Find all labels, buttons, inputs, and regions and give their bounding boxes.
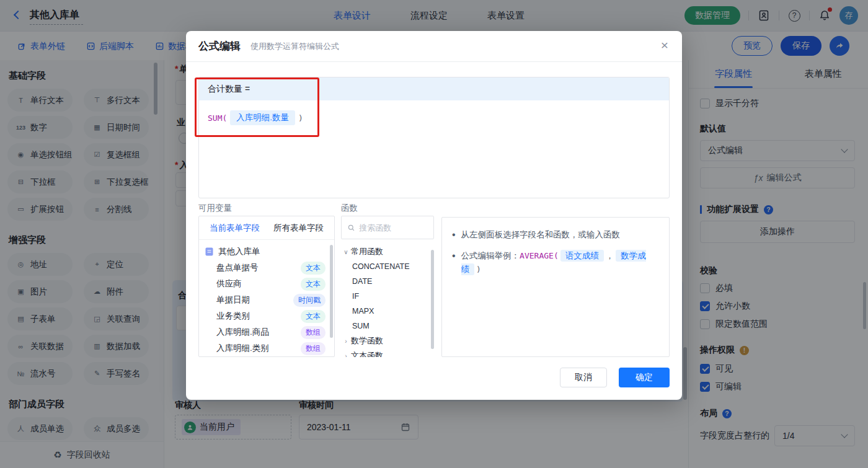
variable-row[interactable]: 入库明细.类别数组 (199, 340, 334, 356)
search-input[interactable] (359, 223, 427, 232)
formula-edit-modal: 公式编辑 使用数学运算符编辑公式 × 合计数量 = SUM( 入库明细.数量 )… (186, 31, 682, 400)
formula-expression[interactable]: SUM( 入库明细.数量 ) (199, 100, 669, 135)
function-item[interactable]: CONCATENATE (341, 259, 434, 274)
tab-all-form-fields[interactable]: 所有表单字段 (273, 223, 324, 234)
type-tag: 文本 (301, 310, 326, 323)
variable-row[interactable]: 供应商文本 (199, 276, 334, 292)
function-item[interactable]: IF (341, 289, 434, 304)
close-icon[interactable]: × (661, 38, 668, 51)
function-item[interactable]: MAPX (341, 304, 434, 319)
formula-function-token: SUM( (208, 113, 227, 123)
example-function-token: AVERAGE( (520, 251, 559, 260)
tips-panel: • 从左侧面板选择字段名和函数，或输入函数 • 公式编辑举例：AVERAGE(语… (441, 217, 670, 357)
type-tag: 数组 (301, 326, 326, 339)
example-field-chip: 语文成绩 (560, 250, 604, 262)
variables-panel: 当前表单字段 所有表单字段 其他入库单 盘点单据号文本 供应商文本 单据日期时间… (198, 216, 335, 357)
type-tag: 文本 (301, 262, 326, 275)
chevron-right-icon: › (341, 353, 351, 358)
function-group-common[interactable]: ∨常用函数 (341, 244, 434, 259)
formula-field-chip[interactable]: 入库明细.数量 (230, 110, 295, 125)
variables-tabs: 当前表单字段 所有表单字段 (199, 216, 334, 240)
function-item[interactable]: DATE (341, 274, 434, 289)
functions-label: 函数 (341, 203, 358, 214)
variables-label: 可用变量 (198, 203, 232, 214)
tab-current-form-fields[interactable]: 当前表单字段 (210, 223, 260, 234)
modal-title: 公式编辑 (198, 39, 241, 53)
form-doc-icon (205, 247, 213, 256)
variables-root-row[interactable]: 其他入库单 (199, 244, 334, 260)
cancel-button[interactable]: 取消 (560, 368, 607, 387)
tip-line-2: • 公式编辑举例：AVERAGE(语文成绩，数学成绩) (452, 249, 659, 276)
variable-row[interactable]: 单据日期时间戳 (199, 292, 334, 308)
function-tree: ∨常用函数 CONCATENATE DATE IF MAPX SUM ›数学函数… (341, 239, 434, 357)
formula-editor[interactable]: 合计数量 = SUM( 入库明细.数量 ) (198, 77, 670, 198)
function-search-box[interactable] (341, 216, 434, 239)
type-tag: 数组 (301, 342, 326, 355)
modal-header: 公式编辑 使用数学运算符编辑公式 × (186, 31, 682, 62)
type-tag: 时间戳 (293, 294, 326, 307)
variable-row[interactable]: 业务类别文本 (199, 308, 334, 324)
variables-tree: 其他入库单 盘点单据号文本 供应商文本 单据日期时间戳 业务类别文本 入库明细.… (199, 240, 334, 357)
chevron-right-icon: › (341, 338, 351, 345)
variables-scrollbar[interactable] (330, 245, 333, 338)
variable-row[interactable]: 入库明细.商品数组 (199, 324, 334, 340)
function-group-math[interactable]: ›数学函数 (341, 333, 434, 348)
variable-row[interactable]: 盘点单据号文本 (199, 260, 334, 276)
modal-subtitle: 使用数学运算符编辑公式 (250, 41, 339, 52)
chevron-down-icon: ∨ (341, 249, 351, 255)
formula-target: 合计数量 = (199, 77, 669, 100)
tip-line-1: • 从左侧面板选择字段名和函数，或输入函数 (452, 228, 659, 242)
confirm-button[interactable]: 确定 (619, 368, 670, 387)
formula-close-paren: ) (298, 113, 303, 123)
function-group-text[interactable]: ›文本函数 (341, 348, 434, 357)
type-tag: 文本 (301, 278, 326, 291)
form-designer-screen: 其他入库单 表单设计 流程设定 表单设置 数据管理 ? (0, 0, 868, 468)
variable-row[interactable]: 数组 (199, 356, 334, 357)
functions-panel: ∨常用函数 CONCATENATE DATE IF MAPX SUM ›数学函数… (341, 216, 434, 357)
function-item[interactable]: SUM (341, 319, 434, 333)
search-icon (348, 224, 355, 232)
functions-scrollbar[interactable] (431, 250, 434, 349)
